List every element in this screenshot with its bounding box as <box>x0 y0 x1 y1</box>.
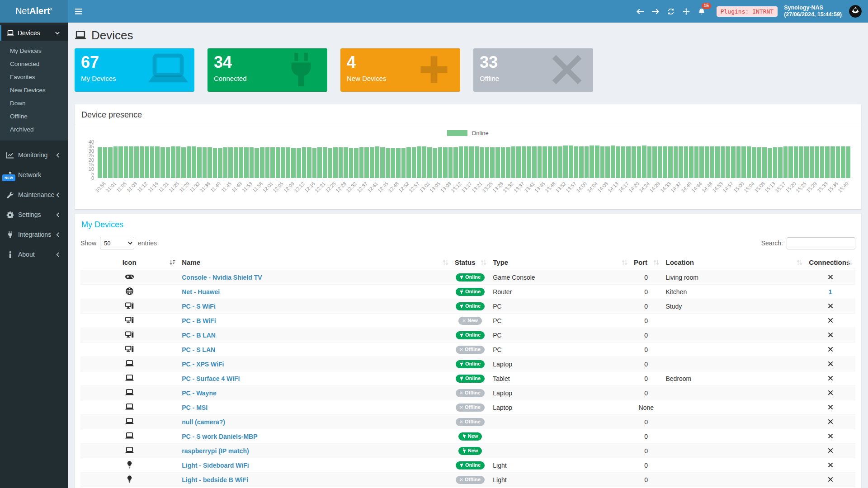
chevron-left-icon <box>56 212 59 217</box>
chart-bar <box>438 147 443 178</box>
column-header-icon[interactable]: Icon <box>80 255 178 270</box>
device-row: null (camera?) Offline 0 <box>80 415 855 429</box>
globe-icon <box>125 287 134 295</box>
sidebar-item-integrations[interactable]: Integrations <box>0 225 68 244</box>
no-connection-icon <box>828 375 833 381</box>
chart-bar <box>129 146 133 178</box>
sidebar-subitem-favorites[interactable]: Favorites <box>0 70 68 84</box>
device-name-link[interactable]: PC - B LAN <box>182 332 216 339</box>
host-info: Synology-NAS (27/06/2024, 15:44:59) <box>784 5 842 18</box>
device-name-link[interactable]: PC - Wayne <box>182 389 217 397</box>
stat-cards-row: 67 My Devices 34 Connected 4 New Devices… <box>75 48 861 92</box>
desktop-icon <box>125 331 134 338</box>
user-avatar[interactable] <box>849 5 862 18</box>
sidebar-subitem-archived[interactable]: Archived <box>0 123 68 136</box>
refresh-button[interactable] <box>663 0 679 23</box>
device-location <box>662 400 805 415</box>
device-name-link[interactable]: PC - XPS WiFi <box>182 361 224 368</box>
device-name-link[interactable]: PC - S LAN <box>182 346 215 353</box>
sort-amount-icon[interactable] <box>170 259 175 266</box>
arrow-right-icon <box>652 8 659 15</box>
chevron-left-icon <box>56 192 59 197</box>
stat-card-my-devices[interactable]: 67 My Devices <box>75 48 194 92</box>
sort-both-icon[interactable] <box>847 259 853 266</box>
notifications-button[interactable]: 15 <box>694 0 709 23</box>
sort-both-icon[interactable] <box>622 259 627 266</box>
sidebar-item-devices[interactable]: Devices <box>0 25 68 41</box>
laptop-icon <box>7 30 14 36</box>
column-header-port[interactable]: Port <box>630 255 662 270</box>
sidebar-toggle-button[interactable] <box>68 0 89 23</box>
sidebar-subitem-my-devices[interactable]: My Devices <box>0 44 68 57</box>
device-row: PC - S WiFi Online PC 0 Study <box>80 299 855 314</box>
chart-bar <box>276 147 280 178</box>
plug-icon <box>462 448 466 453</box>
sidebar-subitem-down[interactable]: Down <box>0 97 68 110</box>
column-header-connections[interactable]: Connections <box>805 255 855 270</box>
sort-both-icon[interactable] <box>443 259 448 266</box>
stat-card-new-devices[interactable]: 4 New Devices <box>340 48 460 92</box>
fullscreen-move-button[interactable] <box>679 0 694 23</box>
chart-bar <box>422 146 427 178</box>
xmark-icon <box>547 53 587 86</box>
column-header-type[interactable]: Type <box>489 255 630 270</box>
legend-label: Online <box>472 130 489 136</box>
gamepad-icon <box>125 273 134 281</box>
plugins-status-badge[interactable]: Plugins: INTRNT <box>717 6 778 17</box>
device-name-link[interactable]: Console - Nvidia Shield TV <box>182 274 262 281</box>
stat-card-connected[interactable]: 34 Connected <box>208 48 327 92</box>
device-name-link[interactable]: raspberrypi (IP match) <box>182 447 249 455</box>
device-name-link[interactable]: Net - Huawei <box>182 288 220 296</box>
chart-bar <box>757 147 762 178</box>
chart-bar <box>140 146 144 178</box>
column-header-status[interactable]: Status <box>451 255 489 270</box>
chart-bar <box>548 146 552 178</box>
no-connection-icon <box>828 347 833 352</box>
device-name-link[interactable]: Light - bedside B WiFi <box>182 476 248 483</box>
connections-count-link[interactable]: 1 <box>829 288 832 296</box>
page-length-select[interactable]: 50 <box>100 237 134 249</box>
column-header-location[interactable]: Location <box>662 255 805 270</box>
device-name-link[interactable]: PC - MSI <box>182 404 208 411</box>
sort-both-icon[interactable] <box>653 259 659 266</box>
gear-icon <box>6 211 14 218</box>
sidebar-item-settings[interactable]: Settings <box>0 205 68 225</box>
sidebar-item-monitoring[interactable]: Monitoring <box>0 145 68 165</box>
chart-bar <box>339 147 343 178</box>
sidebar-item-about[interactable]: About <box>0 244 68 264</box>
sort-both-icon[interactable] <box>481 259 486 266</box>
stat-card-offline[interactable]: 33 Offline <box>473 48 593 92</box>
sidebar-item-maintenance[interactable]: Maintenance <box>0 185 68 205</box>
device-name-link[interactable]: PC - S WiFi <box>182 303 216 310</box>
search-input[interactable] <box>787 237 855 249</box>
no-connection-icon <box>828 477 833 482</box>
status-badge: Online <box>456 331 485 339</box>
xmark-icon <box>460 478 463 481</box>
chart-bar <box>464 146 468 178</box>
sort-both-icon[interactable] <box>797 259 802 266</box>
laptop-icon <box>125 418 134 425</box>
device-name-link[interactable]: null (camera?) <box>182 418 225 426</box>
sidebar-subitem-connected[interactable]: Connected <box>0 57 68 70</box>
refresh-icon <box>667 8 675 15</box>
device-name-link[interactable]: PC - B WiFi <box>182 317 216 324</box>
app-logo[interactable]: NetAlertx <box>0 0 68 23</box>
nav-back-button[interactable] <box>632 0 648 23</box>
chart-bar <box>652 146 657 178</box>
device-name-link[interactable]: PC - S work Daniels-MBP <box>182 433 257 440</box>
chart-legend-online[interactable]: Online <box>75 130 861 136</box>
column-header-name[interactable]: Name <box>178 255 451 270</box>
chart-bar <box>731 146 736 178</box>
chart-bar <box>553 146 557 178</box>
status-badge: Online <box>456 273 485 282</box>
device-name-link[interactable]: Light - Sideboard WiFi <box>182 462 249 469</box>
sidebar-subitem-new-devices[interactable]: New Devices <box>0 84 68 97</box>
chart-bar <box>364 147 369 178</box>
xmark-icon <box>462 319 466 322</box>
chart-bar <box>721 146 725 178</box>
nav-forward-button[interactable] <box>648 0 663 23</box>
no-connection-icon <box>828 462 833 468</box>
device-name-link[interactable]: PC - Surface 4 WiFi <box>182 375 240 382</box>
sidebar-subitem-offline[interactable]: Offline <box>0 110 68 123</box>
chart-title: Device presence <box>75 104 861 125</box>
